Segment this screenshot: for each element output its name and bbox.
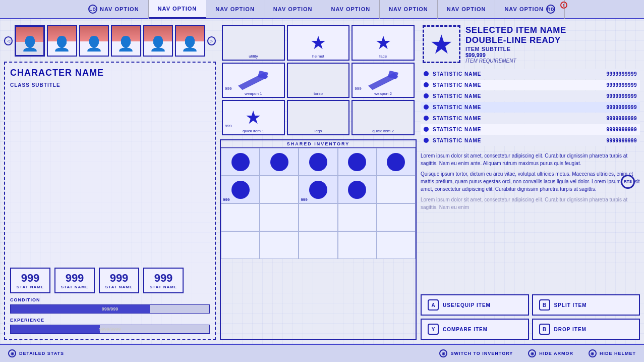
description-1: Lorem ipsum dolor sit amet, consectetur …	[421, 152, 640, 167]
item-circle	[309, 153, 327, 171]
avatar-card-4[interactable]: 👤	[143, 25, 173, 57]
equip-slot-quick2[interactable]: quick item 2	[352, 100, 415, 135]
item-info: SELECTED ITEM NAME DOUBLE-LINE READY ITE…	[465, 25, 638, 64]
inv-cell-18[interactable]	[338, 231, 377, 259]
equip-slot-weapon2[interactable]: 999 weapon 2	[352, 63, 415, 98]
item-name-line2: DOUBLE-LINE READY	[465, 35, 638, 45]
switch-inventory-label: SWITCH TO INVENTORY	[450, 351, 513, 356]
inv-cell-19[interactable]	[377, 231, 416, 259]
star-icon: ★	[375, 34, 391, 52]
inv-cell-1[interactable]	[260, 148, 299, 176]
bottom-detailed-stats[interactable]: ◉ DETAILED STATS	[8, 349, 64, 357]
avatar-card-1[interactable]: 👤	[47, 25, 77, 57]
stat-dot	[424, 138, 429, 143]
inv-cell-4[interactable]	[377, 148, 416, 176]
y-key: Y	[428, 324, 439, 335]
inv-cell-8[interactable]	[338, 176, 377, 203]
inv-cell-14[interactable]	[377, 203, 416, 231]
stat-row-2: STATISTIC NAME 9999999999	[421, 91, 640, 101]
inv-cell-7[interactable]: 999	[299, 176, 337, 203]
item-name-line1: SELECTED ITEM NAME	[465, 25, 638, 35]
inv-cell-15[interactable]	[221, 231, 260, 259]
inv-cell-9[interactable]	[377, 176, 416, 203]
stats-table: STATISTIC NAME 9999999999 STATISTIC NAME…	[421, 69, 640, 146]
stat-box-2: 999 STAT NAME	[99, 268, 139, 293]
split-label: SPLIT ITEM	[554, 302, 587, 308]
inv-cell-12[interactable]	[299, 203, 337, 231]
inv-cell-13[interactable]	[338, 203, 377, 231]
inv-cell-17[interactable]	[299, 231, 337, 259]
stat-box-0: 999 STAT NAME	[10, 268, 50, 293]
bottom-hide-armor[interactable]: ◉ HIDE ARMOR	[528, 349, 573, 357]
stat-row-4: STATISTIC NAME 9999999999	[421, 113, 640, 124]
stat-row-3: STATISTIC NAME 9999999999	[421, 102, 640, 113]
top-navigation: LB NAV OPTION NAV OPTION NAV OPTION NAV …	[0, 0, 644, 19]
use-equip-button[interactable]: A USE/EQUIP ITEM	[421, 294, 529, 316]
description-3: Lorem ipsum dolor sit amet, consectetur …	[421, 196, 640, 211]
inv-cell-16[interactable]	[260, 231, 299, 259]
nav-item-1[interactable]: NAV OPTION	[149, 0, 207, 19]
inv-cell-11[interactable]	[260, 203, 299, 231]
character-panel: CHARACTER NAME CLASS SUBTITLE 999 STAT N…	[4, 62, 216, 340]
item-circle	[270, 153, 288, 171]
equip-slot-torso[interactable]: torso	[287, 63, 350, 98]
stat-box-1: 999 STAT NAME	[54, 268, 95, 293]
nav-item-4[interactable]: NAV OPTION	[322, 0, 380, 19]
rts-indicator: RTS	[621, 175, 635, 189]
experience-label: EXPERIENCE	[10, 318, 210, 323]
equip-slot-weapon1[interactable]: 999 weapon 1	[222, 63, 285, 98]
split-item-button[interactable]: B SPLIT ITEM	[532, 294, 640, 316]
hide-helmet-label: HIDE HELMET	[600, 351, 636, 356]
left-panel: ◁ 👤 👤 👤 👤 👤 👤	[4, 23, 216, 340]
equip-slot-face[interactable]: ★ face	[352, 25, 415, 61]
nav-item-5[interactable]: NAV OPTION	[380, 0, 438, 19]
nav-item-7[interactable]: NAV OPTION RB !	[495, 0, 565, 19]
stat-dot	[424, 93, 429, 98]
nav-item-0[interactable]: LB NAV OPTION	[79, 0, 149, 19]
avatar-card-2[interactable]: 👤	[79, 25, 109, 57]
inv-cell-6[interactable]	[260, 176, 299, 203]
equip-slot-legs[interactable]: legs	[287, 100, 350, 135]
item-circle	[348, 181, 366, 199]
star-icon: ★	[245, 109, 261, 127]
item-star-icon: ★	[430, 31, 453, 58]
inv-cell-2[interactable]	[299, 148, 337, 176]
nav-item-2[interactable]: NAV OPTION	[206, 0, 264, 19]
hide-helmet-icon: ◉	[589, 349, 597, 357]
character-name: CHARACTER NAME	[10, 68, 210, 78]
inv-cell-10[interactable]	[221, 203, 260, 231]
stat-dot	[424, 71, 429, 76]
rb-icon: RB	[546, 5, 555, 14]
avatar-card-3[interactable]: 👤	[111, 25, 141, 57]
character-class: CLASS SUBTITLE	[10, 82, 210, 88]
nav-item-3[interactable]: NAV OPTION	[264, 0, 322, 19]
inv-cell-0[interactable]	[221, 148, 260, 176]
equip-slot-helmet[interactable]: ★ helmet	[287, 25, 350, 61]
detailed-stats-icon: ◉	[8, 349, 16, 357]
drop-item-button[interactable]: B DROP ITEM	[532, 319, 640, 340]
inv-cell-5[interactable]: 999	[221, 176, 260, 203]
avatar-prev-button[interactable]: ◁	[4, 36, 13, 45]
avatar-next-button[interactable]: ▷	[207, 36, 216, 45]
equip-slot-utility[interactable]: utility	[222, 25, 285, 61]
condition-section: CONDITION 999/999	[10, 297, 210, 314]
experience-fill	[11, 325, 100, 333]
item-description: Lorem ipsum dolor sit amet, consectetur …	[421, 152, 640, 211]
use-equip-label: USE/EQUIP ITEM	[443, 302, 491, 308]
item-circle	[387, 153, 405, 171]
avatar-card-5[interactable]: 👤	[175, 25, 205, 57]
equip-slot-quick1[interactable]: ★ 999 quick item 1	[222, 100, 285, 135]
character-stats: 999 STAT NAME 999 STAT NAME 999 STAT NAM…	[10, 268, 210, 293]
stat-dot	[424, 127, 429, 132]
inv-cell-3[interactable]	[338, 148, 377, 176]
bottom-hide-helmet[interactable]: ◉ HIDE HELMET	[589, 349, 636, 357]
stat-dot	[424, 116, 429, 121]
b-key: B	[539, 299, 550, 311]
bottom-switch-inventory[interactable]: ◉ SWITCH TO INVENTORY	[439, 349, 513, 357]
action-buttons: A USE/EQUIP ITEM B SPLIT ITEM Y COMPARE …	[421, 294, 640, 340]
weapon-icon	[368, 70, 398, 90]
compare-item-button[interactable]: Y COMPARE ITEM	[421, 319, 529, 340]
item-price: $99,999	[465, 52, 638, 58]
nav-item-6[interactable]: NAV OPTION	[438, 0, 496, 19]
avatar-card-0[interactable]: 👤	[15, 25, 45, 57]
